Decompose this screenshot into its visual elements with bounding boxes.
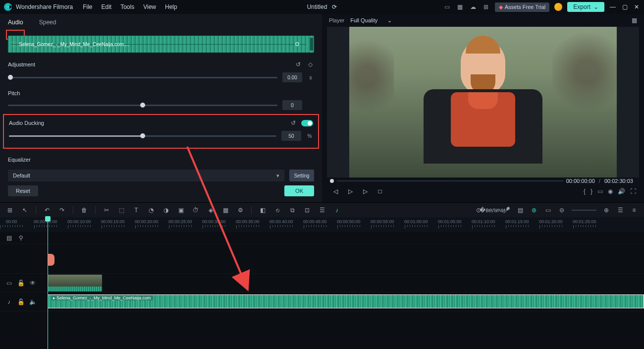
ungroup-icon[interactable]: ⊡	[303, 206, 311, 214]
reset-icon[interactable]: ↺	[289, 119, 297, 127]
detach-icon[interactable]: ⎋	[273, 206, 281, 214]
menu-edit[interactable]: Edit	[102, 3, 112, 10]
ducking-value[interactable]: 50	[281, 131, 301, 141]
audio-track-icon[interactable]: ♪	[5, 298, 13, 306]
playhead[interactable]	[48, 217, 48, 349]
list-icon[interactable]: ☰	[616, 206, 624, 214]
effects-icon[interactable]: ▣	[177, 206, 185, 214]
display-icon[interactable]: ▭	[597, 188, 603, 195]
lock-icon[interactable]: 🔓	[17, 279, 25, 287]
zoom-slider[interactable]	[572, 210, 596, 211]
play-button[interactable]: ▷	[345, 186, 356, 197]
ruler-mark: 00:01:20:00	[539, 219, 563, 229]
select-tool-icon[interactable]: ⊞	[6, 206, 14, 214]
group-icon[interactable]: ⧉	[288, 206, 296, 214]
monitor-icon[interactable]: ▭	[443, 3, 451, 11]
annotation-ducking-highlight: Audio Ducking ↺ 50 %	[3, 114, 319, 149]
ok-button[interactable]: OK	[284, 185, 314, 196]
align-icon[interactable]: ☰	[318, 206, 326, 214]
timer-icon[interactable]: ⏱	[192, 206, 200, 214]
snap-icon[interactable]: ⊛	[530, 206, 538, 214]
close-button[interactable]: ✕	[633, 3, 640, 10]
keyframe-icon[interactable]: ◇	[306, 60, 314, 68]
total-time: 00:02:30:03	[604, 178, 633, 184]
clip-handle[interactable]	[310, 38, 313, 51]
clip-keyframe-dot[interactable]	[295, 42, 299, 46]
maximize-button[interactable]: ▢	[621, 3, 628, 10]
menu-file[interactable]: File	[83, 3, 92, 10]
mixer-icon[interactable]: ▤	[516, 206, 524, 214]
menu-tools[interactable]: Tools	[120, 3, 134, 10]
ruler-mark: 00:00:30:00	[202, 219, 226, 229]
minimize-button[interactable]: —	[609, 3, 616, 10]
equalizer-setting-button[interactable]: Setting	[289, 170, 314, 181]
video-track-icon[interactable]: ▭	[5, 279, 13, 287]
chevron-down-icon: ⌄	[593, 3, 598, 10]
undo-icon[interactable]: ↶	[43, 206, 51, 214]
video-preview[interactable]	[327, 27, 639, 177]
ducking-slider[interactable]	[9, 135, 276, 137]
quality-dropdown[interactable]: Full Quality⌄	[350, 17, 392, 24]
timeline-ruler[interactable]: 00:0000:00:05:0000:00:10:0000:00:15:0000…	[0, 217, 644, 232]
fullscreen-icon[interactable]: ⛶	[630, 188, 636, 195]
play-button-2[interactable]: ▷	[360, 186, 371, 197]
lock-icon[interactable]: 🔓	[17, 298, 25, 306]
video-clip[interactable]	[48, 275, 102, 291]
apps-icon[interactable]: ⊞	[482, 3, 490, 11]
quality-value: Full Quality	[350, 17, 377, 23]
cut-icon[interactable]: ✂	[103, 206, 110, 214]
adjust-icon[interactable]: ⚙	[236, 206, 244, 214]
mute-icon[interactable]: 🔈	[29, 298, 37, 306]
user-avatar[interactable]	[554, 3, 562, 11]
link-icon[interactable]: ▭	[544, 206, 552, 214]
speed-icon[interactable]: ◔	[147, 206, 155, 214]
visibility-icon[interactable]: 👁	[29, 279, 37, 287]
menu-help[interactable]: Help	[165, 3, 177, 10]
mark-in-icon[interactable]: {	[584, 188, 586, 195]
color-icon[interactable]: ◑	[162, 206, 170, 214]
mark-out-icon[interactable]: }	[590, 188, 592, 195]
stop-button[interactable]: □	[375, 186, 385, 197]
snapshot-icon[interactable]: ▦	[632, 17, 637, 24]
cursor-tool-icon[interactable]: ↖	[21, 206, 29, 214]
marker-clip[interactable]	[48, 254, 54, 266]
keyframe-tool-icon[interactable]: ◈	[207, 206, 215, 214]
delete-icon[interactable]: 🗑	[80, 206, 88, 214]
history-icon[interactable]: ⟳	[332, 3, 337, 10]
adjustment-slider[interactable]	[8, 77, 277, 78]
assets-trial-button[interactable]: ◆Assets Free Trial	[495, 2, 550, 12]
redo-icon[interactable]: ↷	[58, 206, 66, 214]
tab-audio[interactable]: Audio	[0, 14, 31, 31]
zoom-in-icon[interactable]: ⊕	[602, 206, 610, 214]
export-button[interactable]: Export⌄	[567, 2, 604, 12]
pitch-value[interactable]: 0	[282, 100, 302, 110]
volume-icon[interactable]: 🔊	[618, 188, 625, 195]
ducking-toggle[interactable]	[301, 120, 313, 126]
equalizer-preset-dropdown[interactable]: Default	[8, 170, 284, 181]
pitch-slider[interactable]	[8, 105, 277, 106]
prev-frame-button[interactable]: ◁	[330, 186, 341, 197]
reset-icon[interactable]: ↺	[294, 60, 302, 68]
marker-icon[interactable]: �величи	[488, 206, 496, 214]
zoom-out-icon[interactable]: ⊖	[558, 206, 566, 214]
track-link-icon[interactable]: ⚲	[17, 234, 25, 242]
mark-icon[interactable]: ◧	[259, 206, 267, 214]
menu-view[interactable]: View	[143, 3, 156, 10]
crop-icon[interactable]: ⬚	[117, 206, 125, 214]
hamburger-icon[interactable]: ≡	[630, 206, 638, 214]
scrub-track[interactable]	[337, 180, 563, 181]
text-icon[interactable]: T	[132, 206, 140, 214]
adjustment-value[interactable]: 0.00	[282, 72, 302, 82]
image-icon[interactable]: ▦	[456, 3, 464, 11]
track-manage-icon[interactable]: ▤	[5, 234, 13, 242]
reset-button[interactable]: Reset	[8, 185, 38, 196]
scrub-playhead[interactable]	[330, 179, 334, 183]
cloud-icon[interactable]: ☁	[469, 3, 477, 11]
camera-icon[interactable]: ◉	[608, 188, 613, 195]
audio-track-clip[interactable]: ▸Selena_Gomez_-_My_Mind_Me_CeeNaija.com	[48, 294, 644, 308]
tab-speed[interactable]: Speed	[31, 14, 64, 31]
green-screen-icon[interactable]: ▦	[221, 206, 229, 214]
audio-clip-preview[interactable]: Selena_Gomez_-_My_Mind_Me_CeeNaija.com..…	[8, 36, 314, 53]
mic-icon[interactable]: 🎤	[502, 206, 510, 214]
audio-tool-icon[interactable]: ♪	[333, 206, 341, 214]
